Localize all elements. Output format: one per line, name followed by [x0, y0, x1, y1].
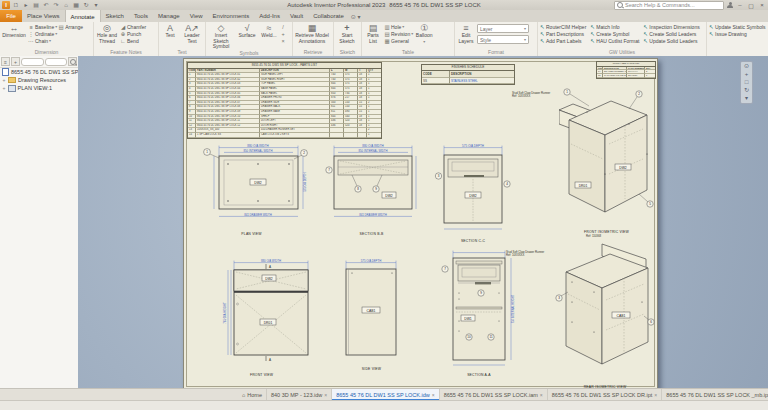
- tab-manage[interactable]: Manage: [153, 10, 185, 22]
- home-icon[interactable]: ⌂: [62, 1, 70, 9]
- hole-table-button[interactable]: ▥Hole▾: [384, 24, 413, 30]
- drawing-canvas[interactable]: ⊙ + □ ↻ ▾ 8655 45 76 DL DW1 SS SP LOCK -…: [78, 56, 768, 388]
- zoom-icon[interactable]: +: [745, 71, 749, 78]
- tree-item-document[interactable]: 8655 45 76 DL DW1 SS SP LOCK: [0, 68, 78, 76]
- punch-button[interactable]: ⊕Punch: [120, 31, 146, 37]
- tab-sketch[interactable]: Sketch: [101, 10, 129, 22]
- weld-button[interactable]: ≈ Weld...: [259, 23, 279, 39]
- annotation-drawer-runner-2[interactable]: Stud Soft Claw Drawer Runner Ref: 10XXXX…: [506, 251, 566, 258]
- close-tab-icon[interactable]: ×: [540, 392, 543, 398]
- view-tag[interactable]: CAB1: [362, 307, 380, 313]
- redo-icon[interactable]: ↷: [52, 1, 60, 9]
- balloon[interactable]: 7: [326, 167, 332, 173]
- close-button[interactable]: ×: [758, 2, 766, 8]
- dimension-label[interactable]: 841 DRAWER WIDTH: [359, 213, 387, 217]
- revision-table-button[interactable]: ▤Revision▾: [384, 31, 413, 37]
- front-view[interactable]: 880 O/A WIDTH 765 O/A HEIGHT A: [204, 259, 319, 377]
- create-solid-leaders-button[interactable]: ↖Create Solid Leaders: [642, 31, 699, 37]
- section-aa-view[interactable]: 734 INTERNAL HEIGHT DW1: [439, 249, 519, 377]
- new-file-icon[interactable]: 🗋: [12, 1, 20, 9]
- dimension-label[interactable]: 575 O/A DEPTH: [303, 172, 307, 191]
- navigation-wheel-icon[interactable]: ⊙: [744, 63, 749, 70]
- start-sketch-button[interactable]: + Start Sketch: [335, 23, 359, 44]
- tab-view[interactable]: View: [185, 10, 208, 22]
- finishes-schedule-table[interactable]: FINISHES SCHEDULECODEDESCRIPTIONSSSTAINL…: [421, 64, 515, 85]
- view-tag[interactable]: DW2: [382, 192, 396, 198]
- view-tag[interactable]: DW1: [461, 315, 475, 321]
- plan-view[interactable]: 880 O/A WIDTH 850 INTERNAL WIDTH 841 DRA…: [194, 144, 309, 236]
- view-tag[interactable]: DW2: [250, 179, 266, 185]
- orbit-icon[interactable]: ↻: [744, 87, 749, 94]
- dimension-label[interactable]: 850 INTERNAL WIDTH: [358, 149, 387, 153]
- restore-button[interactable]: ▢: [747, 2, 755, 9]
- general-table-button[interactable]: ▦General: [384, 38, 413, 44]
- update-static-symbols-button[interactable]: ↖Update Static Symbols: [708, 24, 766, 30]
- match-info-button[interactable]: ↖Match Info: [589, 24, 639, 30]
- issue-drawing-button[interactable]: ↖Issue Drawing: [708, 31, 766, 37]
- close-tab-icon[interactable]: ×: [432, 392, 435, 398]
- expand-icon[interactable]: +: [2, 77, 6, 83]
- parts-list-button[interactable]: ▤ Parts List: [363, 23, 383, 44]
- close-tab-icon[interactable]: ×: [324, 392, 327, 398]
- symbol-mini-2[interactable]: +: [280, 31, 286, 37]
- balloon-button[interactable]: ① Balloon ▾: [414, 23, 434, 44]
- rear-isometric-view[interactable]: 3 6 CAB1 REAR ISOMETRIC VIEW: [554, 242, 656, 389]
- browser-filter-input[interactable]: [21, 58, 44, 66]
- edit-layers-button[interactable]: ≡ Edit Layers: [456, 23, 476, 44]
- tab-vault[interactable]: Vault: [285, 10, 308, 22]
- balloon[interactable]: 3: [435, 173, 441, 179]
- create-symbol-button[interactable]: ↖Create Symbol: [589, 31, 639, 37]
- file-tab[interactable]: File: [0, 10, 22, 22]
- layer-dropdown[interactable]: Layer ▾: [477, 24, 529, 33]
- surface-button[interactable]: √ Surface: [236, 23, 258, 39]
- routercim-helper-button[interactable]: ↖RouterCIM Helper: [539, 24, 586, 30]
- tree-item-plan-view[interactable]: + PLAN VIEW:1: [0, 84, 78, 92]
- dimension-label[interactable]: 765 O/A HEIGHT: [223, 302, 227, 324]
- dimension-label[interactable]: 850 INTERNAL WIDTH: [243, 149, 272, 153]
- balloon[interactable]: 11: [488, 334, 494, 340]
- browser-add-button[interactable]: +: [11, 57, 20, 66]
- symbol-mini-3[interactable]: ×: [280, 38, 286, 44]
- retrieve-model-annotations-button[interactable]: ▦ Retrieve Model Annotations: [294, 23, 330, 44]
- dimension-label[interactable]: 575 O/A DEPTH: [462, 144, 484, 148]
- view-tag[interactable]: DW2: [262, 275, 276, 281]
- parts-list-table[interactable]: 8655 45 76 DL DW1 SS SP LOCK - PARTS LIS…: [187, 62, 382, 139]
- view-tag[interactable]: DR01: [575, 182, 591, 188]
- dimension-button[interactable]: ↔ Dimension: [1, 23, 27, 39]
- dimension-label[interactable]: 841 DRAWER WIDTH: [244, 213, 272, 217]
- drawing-sheet[interactable]: 8655 45 76 DL DW1 SS SP LOCK - PARTS LIS…: [183, 58, 658, 390]
- navbar-more-icon[interactable]: ▾: [745, 95, 748, 102]
- arrange-button[interactable]: ▤Arrange: [58, 24, 83, 30]
- text-button[interactable]: A Text: [160, 23, 180, 39]
- dimension-label[interactable]: 734 INTERNAL HEIGHT: [511, 294, 515, 323]
- qat-dropdown-icon[interactable]: ▾: [92, 1, 100, 9]
- view-tag[interactable]: DW2: [615, 164, 631, 170]
- print-icon[interactable]: ▦: [72, 1, 80, 9]
- dimension-label[interactable]: 880 O/A WIDTH: [247, 144, 269, 148]
- purchased-parts-table[interactable]: PURCHASED PARTS LISTITEMDESCRIPTIONPART …: [596, 61, 656, 79]
- balloon[interactable]: 7: [442, 266, 448, 272]
- minimize-button[interactable]: –: [736, 2, 744, 8]
- hole-thread-button[interactable]: ◎ Hole and Thread: [95, 23, 119, 44]
- tab-collaborate[interactable]: Collaborate: [308, 10, 349, 22]
- tab-add-ins[interactable]: Add-Ins: [254, 10, 285, 22]
- ordinate-button[interactable]: ⋮Ordinate▾: [28, 31, 57, 37]
- help-search-input[interactable]: Search Help & Commands...: [614, 1, 724, 10]
- dimension-label[interactable]: 880 O/A WIDTH: [362, 144, 384, 148]
- open-icon[interactable]: ▸: [22, 1, 30, 9]
- close-tab-icon[interactable]: ×: [654, 392, 657, 398]
- add-part-labels-button[interactable]: ↖Add Part Labels: [539, 38, 586, 44]
- update-solid-leaders-button[interactable]: ↖Update Solid Leaders: [642, 38, 699, 44]
- inspection-dimensions-button[interactable]: ↖Inspection Dimensions: [642, 24, 699, 30]
- side-view[interactable]: 575 O/A DEPTH CAB1 SIDE VIEW: [334, 259, 409, 371]
- part-descriptions-button[interactable]: ↖Part Descriptions: [539, 31, 586, 37]
- browser-search-button[interactable]: [68, 57, 77, 66]
- hau-cutlist-format-button[interactable]: ↖HAU Cutlist Format: [589, 38, 639, 44]
- annotation-ref[interactable]: Ref: 110368: [586, 235, 601, 238]
- leader-text-button[interactable]: A↗ Leader Text: [181, 23, 203, 44]
- ribbon-display-toggle[interactable]: ⊙ ▾: [351, 10, 361, 22]
- section-bb-view[interactable]: 880 O/A WIDTH 850 INTERNAL WIDTH 841 DRA…: [324, 144, 419, 236]
- refresh-icon[interactable]: ↻: [82, 1, 90, 9]
- balloon[interactable]: 9: [478, 290, 484, 296]
- balloon[interactable]: 2: [629, 91, 642, 109]
